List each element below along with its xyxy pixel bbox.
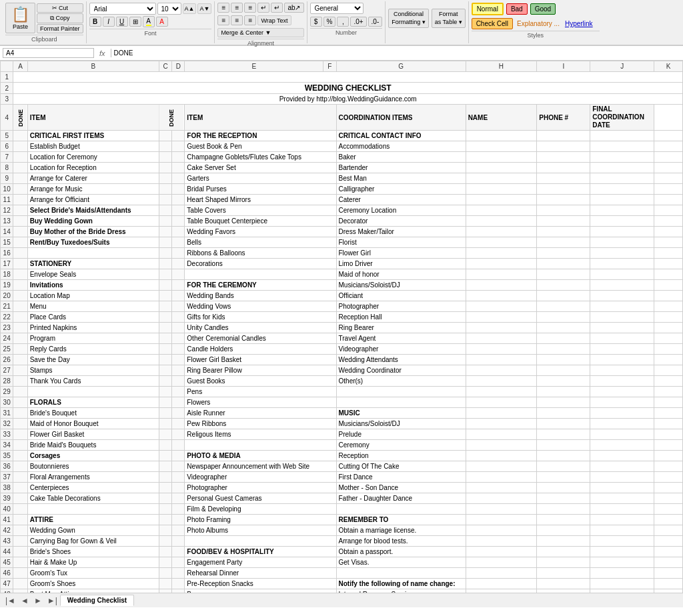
cell-col-j[interactable] [590,205,654,216]
cell-col-j[interactable] [590,131,654,141]
cell-col-b[interactable] [27,387,159,397]
cell-col-i[interactable] [537,152,590,163]
percent-button[interactable]: % [323,17,336,27]
cell-col-c[interactable] [159,568,171,579]
cell-col-e[interactable]: Film & Developing [185,504,336,515]
table-row[interactable]: 37Floral ArrangementsVideographerFirst D… [1,472,683,483]
cell-col-h[interactable] [466,216,537,227]
cell-col-j[interactable] [590,461,654,472]
merge-center-button[interactable]: Merge & Center ▼ [217,28,303,37]
cell-col-d[interactable] [172,387,185,397]
cell-col-h[interactable] [466,483,537,493]
cell-col-j[interactable] [590,504,654,515]
cell-col-k[interactable] [654,525,683,536]
cell-col-j[interactable] [590,312,654,323]
cell-col-j[interactable] [590,163,654,173]
cell-col-g[interactable]: Mother - Son Dance [336,483,466,493]
table-row[interactable]: 2WEDDING CHECKLIST [1,83,683,94]
cell[interactable]: Provided by http://blog.WeddingGuidance.… [13,94,683,105]
cell-col-g[interactable]: Musicians/Soloist/DJ [336,419,466,429]
cell-col-i[interactable] [537,397,590,408]
cell-col-h[interactable] [466,557,537,568]
cell-name-header[interactable]: NAME [466,105,537,131]
cell-col-i[interactable] [537,472,590,483]
cell-col-d[interactable] [172,216,185,227]
cell-col-k[interactable] [654,344,683,355]
cell-col-j[interactable] [590,387,654,397]
cell-col-g[interactable]: Accommodations [336,141,466,152]
cell-col-h[interactable] [466,579,537,589]
cell-col-d[interactable] [172,504,185,515]
cell-col-c[interactable] [159,451,171,461]
fill-color-button[interactable]: A [143,16,155,27]
cell-col-e[interactable]: Guest Book & Pen [185,141,336,152]
cell-col-j[interactable] [590,152,654,163]
cell-col-d[interactable] [172,472,185,483]
font-color-button[interactable]: A [156,17,168,27]
table-row[interactable]: 19InvitationsFOR THE CEREMONYMusicians/S… [1,280,683,291]
cell-col-e[interactable]: Newspaper Announcement with Web Site [185,461,336,472]
cell-col-e[interactable]: Bridal Purses [185,184,336,195]
cell-col-j[interactable] [590,195,654,205]
cell-col-j[interactable] [590,237,654,248]
cell-col-b[interactable] [27,248,159,259]
style-normal-button[interactable]: Normal [472,3,504,15]
cell-col-e[interactable]: Flowers [185,397,336,408]
cell-col-i[interactable] [537,344,590,355]
cell-col-g[interactable]: Limo Driver [336,259,466,269]
cell-col-k[interactable] [654,387,683,397]
cell-col-b[interactable]: Invitations [27,280,159,291]
cell-col-b[interactable]: STATIONERY [27,259,159,269]
cell-col-h[interactable] [466,493,537,504]
cell-col-g[interactable]: Other(s) [336,376,466,387]
cell-col-e[interactable]: Other Ceremonial Candles [185,333,336,344]
cell-col-c[interactable] [159,547,171,557]
cell-col-e[interactable] [185,269,336,280]
cell-col-e[interactable]: Rehearsal Dinner [185,568,336,579]
cell-done-col[interactable] [13,568,27,579]
copy-button[interactable]: ⧉ Copy [37,13,83,23]
cell-col-c[interactable] [159,483,171,493]
cell-done-col[interactable] [13,291,27,301]
cell-col-h[interactable] [466,248,537,259]
cell-col-j[interactable] [590,301,654,312]
cell-col-c[interactable] [159,269,171,280]
cell-col-i[interactable] [537,333,590,344]
cell-col-e[interactable]: Religous Items [185,429,336,440]
table-row[interactable]: 47Groom's ShoesPre-Reception SnacksNotif… [1,579,683,589]
cell-col-d[interactable] [172,152,185,163]
table-row[interactable]: 23Printed NapkinsUnity CandlesRing Beare… [1,323,683,333]
cell-done-col[interactable] [13,227,27,237]
cell-col-d[interactable] [172,312,185,323]
table-row[interactable]: 24ProgramOther Ceremonial CandlesTravel … [1,333,683,344]
table-row[interactable]: 27StampsRing Bearer PillowWedding Coordi… [1,365,683,376]
cell-col-i[interactable] [537,429,590,440]
cell-col-j[interactable] [590,323,654,333]
cell-done-col[interactable] [13,141,27,152]
cell-col-h[interactable] [466,333,537,344]
cell-col-j[interactable] [590,269,654,280]
cell-col-b[interactable]: Location for Reception [27,163,159,173]
col-header-b[interactable]: B [27,61,159,72]
cell-col-g[interactable]: Musicians/Soloist/DJ [336,280,466,291]
cell-col-b[interactable]: Bride's Shoes [27,547,159,557]
cell-col-k[interactable] [654,568,683,579]
cell-col-h[interactable] [466,525,537,536]
table-row[interactable]: 44Bride's ShoesFOOD/BEV & HOSPITALITYObt… [1,547,683,557]
cell-final-header[interactable]: FINAL COORDINATION DATE [590,105,654,131]
table-row[interactable]: 11Arrange for OfficiantHeart Shaped Mirr… [1,195,683,205]
cell-col-d[interactable] [172,131,185,141]
style-check-cell-button[interactable]: Check Cell [472,18,513,29]
cell-col-h[interactable] [466,163,537,173]
cell-col-e[interactable]: Ring Bearer Pillow [185,365,336,376]
cell-col-k[interactable] [654,397,683,408]
cell-col-i[interactable] [537,568,590,579]
cell-col-k[interactable] [654,163,683,173]
cell-col-i[interactable] [537,504,590,515]
cell-col-c[interactable] [159,429,171,440]
table-row[interactable]: 36BoutonnieresNewspaper Announcement wit… [1,461,683,472]
table-row[interactable]: 17STATIONERYDecorationsLimo Driver [1,259,683,269]
cell-done-col[interactable] [13,472,27,483]
cell-col-k[interactable] [654,472,683,483]
cell-col-g[interactable]: REMEMBER TO [336,515,466,525]
